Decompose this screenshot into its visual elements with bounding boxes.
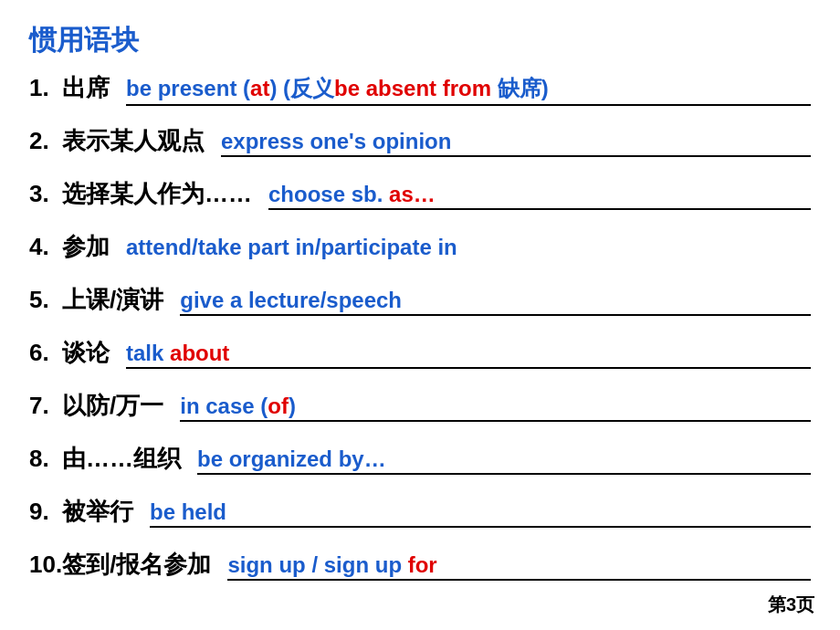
page-title: 惯用语块 xyxy=(29,22,811,59)
item-chinese: 参加 xyxy=(62,231,110,263)
item-english: sign up / sign up for xyxy=(227,552,811,581)
item-number: 7. xyxy=(29,392,62,420)
item-chinese: 以防/万一 xyxy=(62,390,163,422)
item-number: 8. xyxy=(29,445,62,473)
item-number: 2. xyxy=(29,127,62,155)
item-number: 9. xyxy=(29,498,62,526)
item-english: express one's opinion xyxy=(221,129,811,157)
list-item: 9. 被举行be held xyxy=(29,496,811,543)
item-chinese: 签到/报名参加 xyxy=(62,549,211,581)
list-item: 7. 以防/万一in case (of) xyxy=(29,390,811,437)
item-english: be organized by… xyxy=(197,446,811,475)
list-item: 3. 选择某人作为……choose sb. as… xyxy=(29,178,811,226)
list-item: 10. 签到/报名参加sign up / sign up for xyxy=(29,549,811,596)
item-number: 4. xyxy=(29,233,62,261)
item-number: 1. xyxy=(29,74,62,102)
list-item: 1. 出席be present (at) (反义be absent from 缺… xyxy=(29,72,811,120)
item-chinese: 表示某人观点 xyxy=(62,125,205,157)
item-number: 6. xyxy=(29,339,62,367)
item-number: 3. xyxy=(29,180,62,208)
item-chinese: 选择某人作为…… xyxy=(62,178,252,210)
list-item: 2. 表示某人观点express one's opinion xyxy=(29,125,811,173)
item-english: be held xyxy=(150,499,811,528)
item-chinese: 出席 xyxy=(62,72,110,104)
item-chinese: 被举行 xyxy=(62,496,133,528)
items-container: 1. 出席be present (at) (反义be absent from 缺… xyxy=(29,72,811,596)
page-number: 第3页 xyxy=(768,593,814,617)
item-english: give a lecture/speech xyxy=(180,288,811,316)
item-number: 5. xyxy=(29,286,62,314)
item-chinese: 由……组织 xyxy=(62,443,181,475)
item-chinese: 上课/演讲 xyxy=(62,284,163,316)
item-english: in case (of) xyxy=(180,394,811,422)
item-english: attend/take part in/participate in xyxy=(126,235,811,260)
item-english: talk about xyxy=(126,341,811,369)
list-item: 6. 谈论talk about xyxy=(29,337,811,384)
list-item: 4. 参加attend/take part in/participate in xyxy=(29,231,811,278)
item-number: 10. xyxy=(29,551,62,579)
page-container: 惯用语块 1. 出席be present (at) (反义be absent f… xyxy=(0,0,840,630)
item-english: be present (at) (反义be absent from 缺席) xyxy=(126,74,811,106)
item-english: choose sb. as… xyxy=(268,182,811,210)
item-chinese: 谈论 xyxy=(62,337,110,369)
list-item: 8. 由……组织be organized by… xyxy=(29,443,811,490)
list-item: 5. 上课/演讲give a lecture/speech xyxy=(29,284,811,331)
